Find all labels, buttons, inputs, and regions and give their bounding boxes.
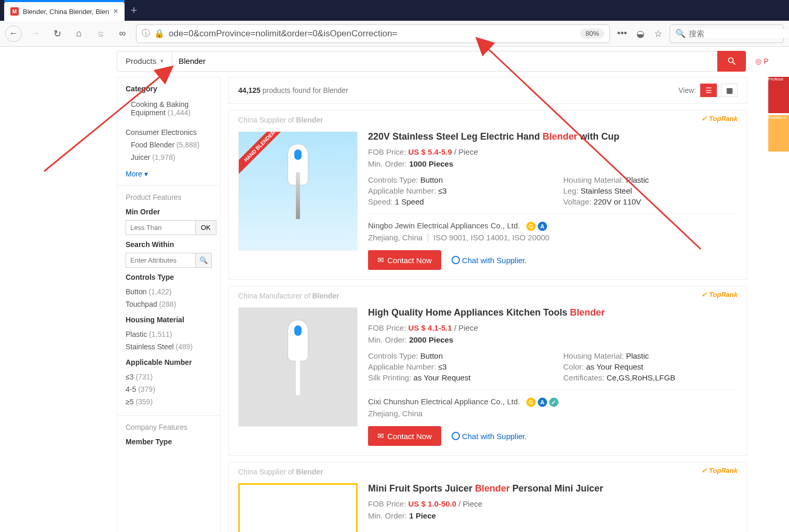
product-image[interactable]: HAND BLENDER — [238, 131, 358, 251]
supplier-line: China Manufacturer of Blender — [238, 292, 339, 300]
search-within-button[interactable]: 🔍 — [196, 253, 212, 268]
search-category-dropdown[interactable]: Products ▾ — [117, 51, 172, 72]
forward-button[interactable]: → — [27, 25, 44, 42]
gold-badge-icon: G — [526, 222, 536, 231]
browser-tab[interactable]: M Blender, China Blender, Blen × — [4, 2, 125, 21]
more-link[interactable]: More ▾ — [126, 170, 212, 178]
audited-badge-icon: A — [538, 222, 547, 231]
new-tab-button[interactable]: + — [131, 4, 138, 17]
product-card: China Supplier of Blender ✓ TopRank HAND… — [228, 110, 747, 280]
chat-icon — [452, 256, 460, 264]
thumbnail-item[interactable]: Foshan G — [768, 115, 789, 152]
audited-badge-icon: A — [538, 398, 547, 407]
price: US $ 4.1-5.1 — [409, 323, 452, 332]
company-features-title: Company Features — [126, 423, 212, 431]
product-title[interactable]: High Quality Home Appliances Kitchen Too… — [368, 307, 738, 318]
toprank-badge: ✓ TopRank — [701, 291, 738, 298]
filter-touchpad[interactable]: Touchpad (288) — [126, 298, 212, 310]
mail-icon: ✉ — [377, 255, 384, 265]
zoom-badge[interactable]: 80% — [580, 29, 604, 38]
ribbon-badge: HAND BLENDER — [238, 131, 289, 175]
results-count: 44,125 — [238, 86, 261, 94]
category-title: Category — [126, 85, 212, 93]
filter-plastic[interactable]: Plastic (1,511) — [126, 328, 212, 340]
product-specs: Controls Type: Button Housing Material: … — [368, 351, 738, 382]
company-name[interactable]: Cixi Chunshun Electrical Appliance Co., … — [368, 397, 520, 406]
min-order-input[interactable] — [126, 220, 196, 235]
tab-active-indicator — [4, 0, 125, 2]
company-info: Cixi Chunshun Electrical Appliance Co., … — [368, 389, 738, 418]
filter-4-5[interactable]: 4-5 (379) — [126, 383, 212, 395]
product-specs: Controls Type: Button Housing Material: … — [368, 175, 738, 206]
rss-icon[interactable]: ຣ — [92, 25, 109, 42]
search-within-label: Search Within — [126, 240, 212, 249]
browser-search-input[interactable] — [689, 29, 787, 38]
browser-search-box[interactable]: 🔍 — [670, 24, 784, 43]
chat-supplier-link[interactable]: Chat with Supplier. — [452, 256, 527, 265]
browser-toolbar: ← → ↻ ⌂ ຣ ∞ ⓘ 🔒 ode=0&comProvince=nolimi… — [0, 21, 789, 47]
product-card: China Manufacturer of Blender ✓ TopRank … — [228, 286, 747, 456]
contact-now-button[interactable]: ✉Contact Now — [368, 250, 441, 270]
pocket-icon[interactable]: ◒ — [634, 28, 647, 39]
mask-icon[interactable]: ∞ — [114, 25, 131, 42]
url-bar[interactable]: ⓘ 🔒 ode=0&comProvince=nolimit&order=0&is… — [136, 24, 610, 43]
more-icon[interactable]: ••• — [615, 28, 629, 39]
member-type-label: Member Type — [126, 438, 212, 446]
toprank-badge: ✓ TopRank — [701, 467, 738, 474]
toprank-badge: ✓ TopRank — [701, 115, 738, 122]
tab-favicon: M — [10, 7, 19, 16]
filter-sidebar: Category Cooking & Baking Equipment (1,4… — [117, 77, 221, 532]
search-button[interactable] — [717, 51, 746, 72]
thumbnail-item[interactable]: Professi — [768, 77, 789, 113]
reload-button[interactable]: ↻ — [49, 25, 65, 42]
min-order: 2000 Pieces — [409, 335, 453, 344]
filter-button[interactable]: Button (1,422) — [126, 285, 212, 298]
product-title[interactable]: 220V Stainless Steel Leg Electric Hand B… — [368, 131, 738, 142]
search-icon — [727, 56, 737, 66]
filter-stainless[interactable]: Stainless Steel (489) — [126, 340, 212, 353]
right-thumbnails: Professi Foshan G — [768, 77, 789, 154]
post-request-link[interactable]: ◎ P — [755, 57, 768, 65]
page-search-bar: Products ▾ ◎ P — [0, 47, 789, 75]
chat-supplier-link[interactable]: Chat with Supplier. — [452, 432, 527, 441]
chevron-down-icon: ▾ — [160, 58, 164, 64]
min-order-label: Min Order — [126, 208, 212, 216]
back-button[interactable]: ← — [5, 25, 22, 42]
housing-material-label: Housing Material — [126, 316, 212, 324]
filter-le3[interactable]: ≤3 (731) — [126, 371, 212, 383]
chevron-down-icon: ▾ — [142, 170, 148, 178]
bookmark-icon[interactable]: ☆ — [652, 28, 664, 39]
target-icon: ◎ — [755, 57, 761, 65]
category-cooking[interactable]: Cooking & Baking Equipment (1,444) — [126, 98, 212, 119]
price: US $ 1.0-50.0 — [409, 499, 457, 508]
supplier-line: China Supplier of Blender — [238, 468, 323, 476]
contact-now-button[interactable]: ✉Contact Now — [368, 426, 441, 446]
applicable-number-label: Applicable Number — [126, 358, 212, 366]
category-consumer-electronics[interactable]: Consumer Electronics — [126, 126, 212, 139]
product-card: China Supplier of Blender ✓ TopRank Mini… — [228, 462, 747, 532]
product-title[interactable]: Mini Fruit Sports Juicer Blender Persona… — [368, 483, 738, 494]
lock-icon: 🔒 — [154, 29, 165, 38]
min-order-ok-button[interactable]: OK — [196, 220, 216, 235]
product-image[interactable] — [238, 307, 358, 427]
tab-close-icon[interactable]: × — [113, 7, 118, 16]
view-label: View: — [678, 86, 696, 94]
results-area: 44,125 products found for Blender View: … — [228, 77, 747, 532]
verified-badge-icon: ✓ — [549, 398, 559, 407]
view-grid-button[interactable]: ▦ — [721, 84, 738, 97]
filter-ge5[interactable]: ≥5 (359) — [126, 395, 212, 408]
product-features-title: Product Features — [126, 193, 212, 201]
home-button[interactable]: ⌂ — [71, 25, 87, 42]
category-juicer[interactable]: Juicer (1,978) — [126, 151, 212, 163]
product-image[interactable] — [238, 483, 358, 532]
search-within-input[interactable] — [126, 253, 196, 268]
search-input[interactable] — [172, 51, 717, 72]
info-icon[interactable]: ⓘ — [142, 28, 150, 39]
view-list-button[interactable]: ☰ — [700, 84, 717, 97]
min-order: 1 Piece — [409, 511, 436, 520]
results-header: 44,125 products found for Blender View: … — [228, 77, 747, 104]
category-food-blender[interactable]: Food Blender (5,888) — [126, 139, 212, 151]
controls-type-label: Controls Type — [126, 273, 212, 281]
search-icon: 🔍 — [675, 29, 686, 38]
company-name[interactable]: Ningbo Jewin Electrical Appliances Co., … — [368, 221, 520, 230]
